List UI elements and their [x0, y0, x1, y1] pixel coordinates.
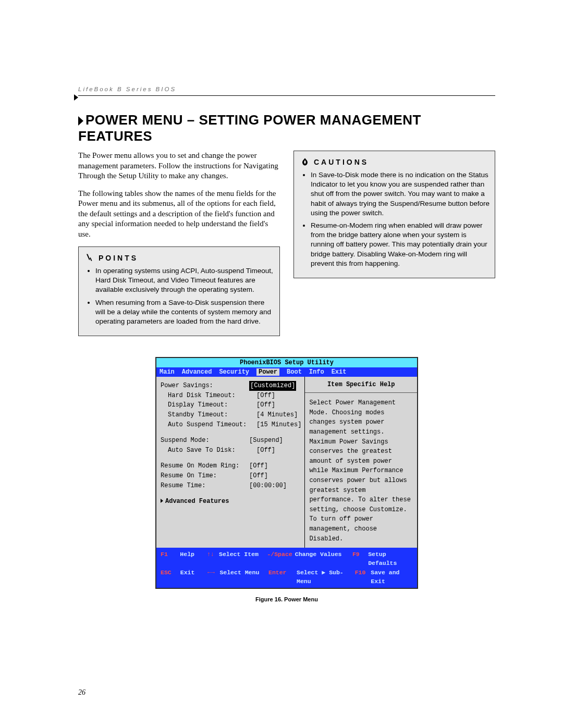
bios-screen: PhoenixBIOS Setup Utility MainAdvancedSe… [155, 357, 418, 589]
bios-tab-bar: MainAdvancedSecurityPowerBootInfoExit [156, 367, 417, 377]
bios-field-row[interactable]: Hard Disk Timeout:[Off] [161, 391, 301, 401]
cautions-callout: CAUTIONS In Save-to-Disk mode there is n… [293, 151, 495, 278]
intro-paragraph-2: The following tables show the names of t… [78, 189, 280, 240]
points-callout: POINTS In operating systems using ACPI, … [78, 246, 280, 336]
bios-field-row[interactable]: Resume On Time:[Off] [161, 471, 301, 481]
bios-field-row[interactable]: Resume On Modem Ring:[Off] [161, 461, 301, 471]
bios-field-row[interactable]: Auto Save To Disk:[Off] [161, 446, 301, 455]
bios-field-row[interactable]: Power Savings:[Customized] [161, 381, 301, 391]
intro-paragraph-1: The Power menu allows you to set and cha… [78, 151, 280, 181]
bios-tab-exit[interactable]: Exit [332, 368, 347, 376]
cautions-item: Resume-on-Modem ring when enabled will d… [311, 221, 489, 268]
bios-fields-panel: Power Savings:[Customized]Hard Disk Time… [156, 377, 305, 548]
bios-title: PhoenixBIOS Setup Utility [156, 358, 417, 367]
bios-tab-info[interactable]: Info [309, 368, 324, 376]
bios-field-row[interactable]: Auto Suspend Timeout:[15 Minutes] [161, 420, 301, 430]
points-item: In operating systems using ACPI, Auto-su… [95, 266, 274, 295]
cautions-title: CAUTIONS [314, 157, 369, 167]
figure-caption: Figure 16. Power Menu [78, 596, 495, 602]
pointer-icon [85, 253, 94, 263]
bios-tab-security[interactable]: Security [219, 368, 249, 376]
cautions-item: In Save-to-Disk mode there is no indicat… [311, 170, 489, 218]
page-title: POWER MENU – SETTING POWER MANAGEMENT FE… [78, 112, 495, 144]
bios-tab-advanced[interactable]: Advanced [182, 368, 212, 376]
bios-tab-power[interactable]: Power [256, 368, 279, 376]
bios-help-panel: Item Specific Help Select Power Manageme… [305, 377, 417, 548]
bios-field-row[interactable]: Display Timeout:[Off] [161, 400, 301, 410]
bios-footer: F1 Help ↑↓ Select Item -/Space Change Va… [156, 548, 417, 588]
bios-tab-boot[interactable]: Boot [287, 368, 302, 376]
header-rule [78, 95, 495, 103]
bios-field-row[interactable]: Resume Time:[00:00:00] [161, 481, 301, 491]
points-title: POINTS [99, 253, 138, 263]
running-header: LifeBook B Series BIOS [78, 86, 495, 92]
caution-icon [300, 157, 310, 167]
bios-field-row[interactable]: Advanced Features [161, 497, 301, 507]
points-item: When resuming from a Save-to-Disk suspen… [95, 298, 274, 327]
bios-field-row[interactable]: Standby Timeout:[4 Minutes] [161, 410, 301, 420]
bios-tab-main[interactable]: Main [160, 368, 175, 376]
bios-help-title: Item Specific Help [305, 379, 417, 393]
bios-field-row[interactable]: Suspend Mode:[Suspend] [161, 436, 301, 446]
page-number: 26 [78, 688, 85, 697]
bios-help-text: Select Power Management Mode. Choosing m… [309, 398, 413, 544]
